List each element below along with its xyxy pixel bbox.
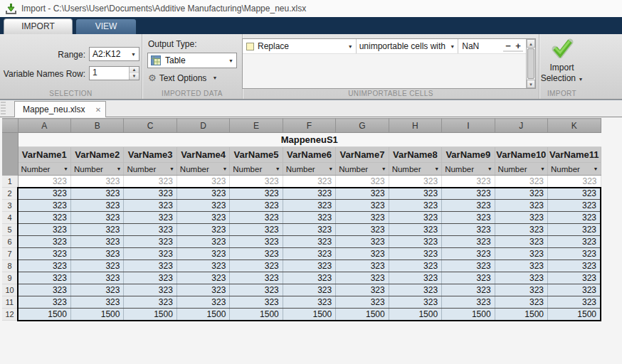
- row-number[interactable]: 7: [2, 248, 18, 260]
- cell[interactable]: 323: [336, 284, 389, 296]
- varname-header-7[interactable]: VarName7: [336, 147, 389, 163]
- rule-target-dropdown[interactable]: unimportable cells with ▼: [356, 39, 458, 53]
- import-selection-button[interactable]: Import Selection ▼: [539, 38, 584, 85]
- cell[interactable]: 323: [176, 224, 229, 236]
- cell[interactable]: 323: [124, 260, 176, 272]
- cell[interactable]: 323: [389, 260, 441, 272]
- document-tab[interactable]: Mappe_neu.xlsx ✕: [14, 101, 106, 117]
- cell[interactable]: 323: [495, 248, 547, 260]
- column-header-f[interactable]: F: [283, 119, 335, 133]
- row-number[interactable]: 2: [2, 188, 18, 200]
- cell[interactable]: 323: [176, 272, 229, 284]
- type-selector-11[interactable]: Number▼: [548, 163, 601, 176]
- cell[interactable]: 323: [283, 176, 335, 188]
- cell[interactable]: 323: [283, 212, 335, 224]
- cell[interactable]: 323: [124, 248, 176, 260]
- cell[interactable]: 1500: [495, 309, 547, 321]
- type-selector-8[interactable]: Number▼: [389, 163, 441, 176]
- cell[interactable]: 323: [230, 296, 283, 309]
- cell[interactable]: 323: [495, 224, 547, 236]
- column-header-g[interactable]: G: [336, 119, 389, 133]
- cell[interactable]: 323: [283, 272, 335, 284]
- varname-header-5[interactable]: VarName5: [230, 147, 283, 163]
- chevron-down-icon[interactable]: ▼: [169, 166, 174, 171]
- cell[interactable]: 323: [124, 284, 176, 296]
- column-header-e[interactable]: E: [230, 119, 283, 133]
- cell[interactable]: 323: [389, 224, 441, 236]
- output-type-value[interactable]: Table: [161, 55, 226, 65]
- cell[interactable]: 323: [283, 248, 335, 260]
- cell[interactable]: 323: [495, 296, 547, 309]
- cell[interactable]: 323: [336, 296, 389, 309]
- cell[interactable]: 1500: [283, 309, 335, 321]
- cell[interactable]: 323: [442, 272, 495, 284]
- cell[interactable]: 323: [70, 272, 123, 284]
- cell[interactable]: 323: [70, 188, 123, 200]
- varname-header-8[interactable]: VarName8: [389, 147, 441, 163]
- varname-header-1[interactable]: VarName1: [18, 147, 70, 163]
- cell[interactable]: 1500: [18, 309, 70, 321]
- cell[interactable]: 323: [18, 248, 70, 260]
- cell[interactable]: 323: [442, 224, 495, 236]
- cell[interactable]: 323: [389, 200, 441, 212]
- cell[interactable]: 323: [230, 272, 283, 284]
- cell[interactable]: 323: [283, 200, 335, 212]
- cell[interactable]: 323: [176, 260, 229, 272]
- cell[interactable]: 323: [230, 248, 283, 260]
- chevron-down-icon[interactable]: ▼: [222, 166, 227, 171]
- cell[interactable]: 323: [442, 284, 495, 296]
- cell[interactable]: 323: [18, 200, 70, 212]
- cell[interactable]: 323: [70, 200, 123, 212]
- cell[interactable]: 323: [336, 200, 389, 212]
- chevron-down-icon[interactable]: ▼: [128, 52, 139, 57]
- cell[interactable]: 323: [389, 296, 441, 309]
- varname-header-4[interactable]: VarName4: [176, 147, 229, 163]
- cell[interactable]: 323: [18, 176, 70, 188]
- sheet-header-cell[interactable]: MappeneuS1: [18, 133, 601, 147]
- type-selector-6[interactable]: Number▼: [283, 163, 335, 176]
- cell[interactable]: 323: [336, 176, 389, 188]
- rule-value-field[interactable]: NaN: [458, 39, 503, 53]
- cell[interactable]: 323: [124, 296, 176, 309]
- cell[interactable]: 323: [70, 224, 123, 236]
- text-options-button[interactable]: ⚙ Text Options ▼: [148, 73, 220, 83]
- cell[interactable]: 323: [389, 272, 441, 284]
- column-header-c[interactable]: C: [124, 119, 176, 133]
- cell[interactable]: 1500: [442, 309, 495, 321]
- cell[interactable]: 323: [124, 236, 176, 248]
- cell[interactable]: 1500: [70, 309, 123, 321]
- cell[interactable]: 323: [495, 260, 547, 272]
- cell[interactable]: 323: [230, 236, 283, 248]
- cell[interactable]: 323: [336, 224, 389, 236]
- chevron-down-icon[interactable]: ▼: [487, 166, 492, 171]
- cell[interactable]: 323: [230, 260, 283, 272]
- column-header-b[interactable]: B: [70, 119, 123, 133]
- varname-header-6[interactable]: VarName6: [283, 147, 335, 163]
- cell[interactable]: 323: [70, 260, 123, 272]
- rule-action-value[interactable]: Replace: [258, 41, 345, 51]
- cell[interactable]: 323: [442, 248, 495, 260]
- chevron-down-icon[interactable]: ▼: [209, 75, 220, 80]
- cell[interactable]: 323: [124, 224, 176, 236]
- chevron-down-icon[interactable]: ▼: [63, 166, 68, 171]
- cell[interactable]: 323: [176, 212, 229, 224]
- cell[interactable]: 323: [336, 236, 389, 248]
- chevron-down-icon[interactable]: ▼: [540, 166, 545, 171]
- cell[interactable]: 323: [70, 248, 123, 260]
- rule-value[interactable]: NaN: [462, 41, 479, 51]
- row-number[interactable]: 10: [2, 284, 18, 296]
- cell[interactable]: 323: [336, 212, 389, 224]
- cell[interactable]: 323: [18, 212, 70, 224]
- cell[interactable]: 1500: [176, 309, 229, 321]
- column-header-j[interactable]: J: [495, 119, 547, 133]
- type-selector-3[interactable]: Number▼: [124, 163, 176, 176]
- cell[interactable]: 1500: [389, 309, 441, 321]
- cell[interactable]: 323: [230, 200, 283, 212]
- rule-target-value[interactable]: unimportable cells with: [359, 41, 448, 51]
- range-value[interactable]: A2:K12: [90, 49, 128, 59]
- row-number[interactable]: 3: [2, 200, 18, 212]
- cell[interactable]: 323: [442, 236, 495, 248]
- cell[interactable]: 323: [230, 212, 283, 224]
- tab-view[interactable]: VIEW: [75, 18, 137, 34]
- chevron-down-icon[interactable]: ▼: [447, 44, 458, 49]
